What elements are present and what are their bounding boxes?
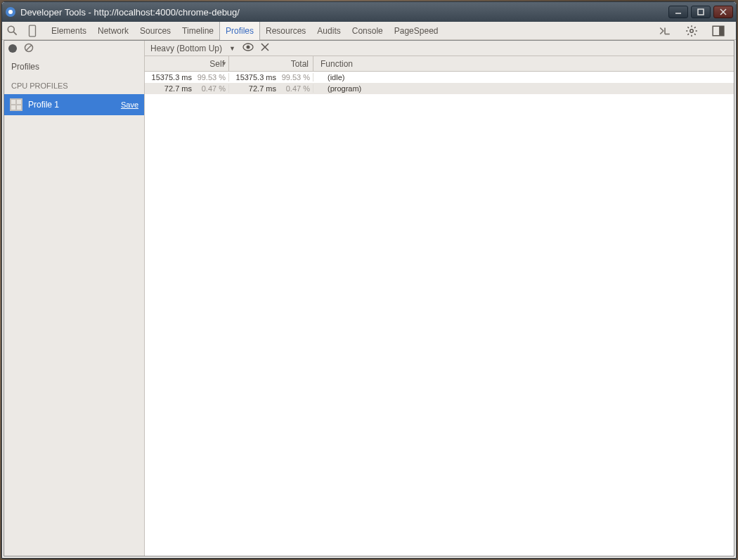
record-button[interactable]	[8, 44, 17, 53]
table-header: Self▼ Total Function	[145, 56, 734, 72]
save-link[interactable]: Save	[121, 100, 138, 109]
tab-profiles[interactable]: Profiles	[219, 22, 260, 40]
dock-icon[interactable]	[712, 25, 725, 37]
close-icon[interactable]	[261, 43, 269, 53]
gear-icon[interactable]	[685, 25, 698, 37]
tab-console[interactable]: Console	[347, 22, 389, 40]
tab-elements[interactable]: Elements	[46, 22, 92, 40]
column-self[interactable]: Self▼	[145, 56, 229, 71]
drawer-icon[interactable]	[659, 25, 671, 37]
search-icon[interactable]	[6, 25, 19, 37]
toolbar-right	[659, 25, 732, 37]
svg-rect-8	[30, 25, 36, 37]
device-icon[interactable]	[26, 25, 39, 37]
chevron-down-icon[interactable]: ▼	[229, 45, 235, 52]
table-row[interactable]: 72.7 ms0.47 % 72.7 ms0.47 % (program)	[145, 83, 734, 94]
sidebar-toolbar	[4, 41, 144, 56]
profile-toolbar: Heavy (Bottom Up) ▼	[145, 41, 734, 56]
column-total[interactable]: Total	[229, 56, 313, 71]
sort-indicator-icon: ▼	[221, 56, 227, 72]
profiles-sidebar: Profiles CPU PROFILES Profile 1 Save	[4, 41, 145, 556]
svg-rect-3	[698, 9, 704, 15]
function-name: (idle)	[313, 73, 734, 82]
clear-icon[interactable]	[24, 43, 34, 55]
app-icon	[5, 6, 16, 18]
svg-point-10	[690, 29, 694, 32]
svg-point-1	[8, 10, 13, 14]
cpu-profiles-heading: CPU PROFILES	[4, 77, 144, 94]
profiles-label[interactable]: Profiles	[4, 56, 144, 77]
table-body[interactable]: 15375.3 ms99.53 % 15375.3 ms99.53 % (idl…	[145, 72, 734, 556]
devtools-window: Developer Tools - http://localhost:4000/…	[1, 1, 737, 559]
function-name: (program)	[313, 84, 734, 93]
sidebar-item-profile-1[interactable]: Profile 1 Save	[4, 94, 144, 115]
column-function[interactable]: Function	[313, 56, 734, 71]
tab-pagespeed[interactable]: PageSpeed	[389, 22, 444, 40]
profile-icon	[10, 98, 22, 111]
tab-sources[interactable]: Sources	[134, 22, 176, 40]
profile-name: Profile 1	[28, 100, 59, 110]
svg-line-14	[26, 45, 32, 51]
close-button[interactable]	[713, 6, 733, 18]
tab-audits[interactable]: Audits	[311, 22, 346, 40]
view-mode-select[interactable]: Heavy (Bottom Up)	[150, 44, 222, 53]
tab-timeline[interactable]: Timeline	[176, 22, 219, 40]
panel-tabs: Elements Network Sources Timeline Profil…	[46, 22, 444, 40]
svg-rect-12	[719, 26, 724, 36]
window-title: Developer Tools - http://localhost:4000/…	[20, 7, 668, 18]
focus-icon[interactable]	[242, 43, 254, 53]
window-controls	[668, 6, 733, 18]
svg-point-6	[8, 26, 14, 32]
tab-resources[interactable]: Resources	[260, 22, 311, 40]
content-area: Profiles CPU PROFILES Profile 1 Save Hea…	[4, 40, 734, 556]
main-toolbar: Elements Network Sources Timeline Profil…	[2, 22, 736, 40]
tab-network[interactable]: Network	[92, 22, 134, 40]
svg-point-16	[246, 46, 250, 49]
svg-line-7	[13, 32, 17, 35]
titlebar[interactable]: Developer Tools - http://localhost:4000/…	[2, 2, 736, 22]
profile-main: Heavy (Bottom Up) ▼ Self▼ Total Function…	[145, 41, 734, 556]
minimize-button[interactable]	[668, 6, 688, 18]
table-row[interactable]: 15375.3 ms99.53 % 15375.3 ms99.53 % (idl…	[145, 72, 734, 83]
maximize-button[interactable]	[691, 6, 711, 18]
